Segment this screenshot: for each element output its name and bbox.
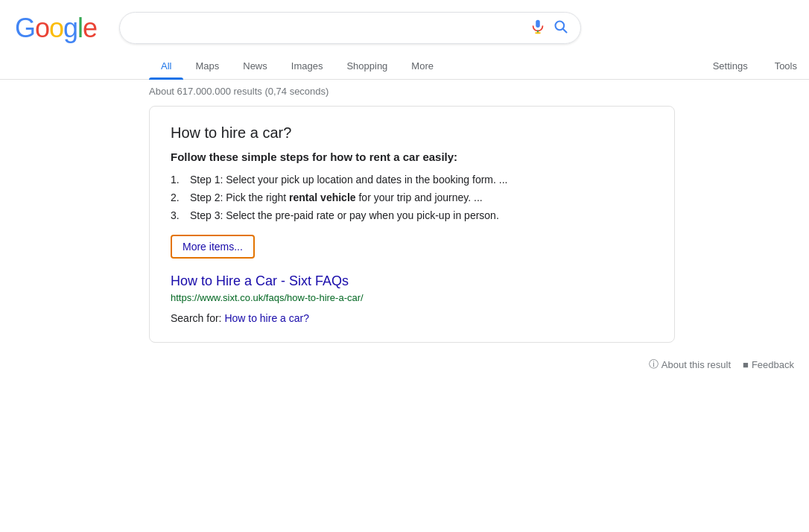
logo-letter-e: e — [83, 13, 97, 44]
tab-settings[interactable]: Settings — [701, 53, 760, 79]
tab-maps[interactable]: Maps — [183, 53, 231, 79]
results-info: About 617.000.000 results (0,74 seconds) — [0, 80, 809, 106]
search-for: Search for: How to hire a car? — [171, 312, 653, 324]
search-for-link[interactable]: How to hire a car? — [224, 312, 309, 324]
logo-letter-o1: o — [35, 13, 49, 44]
card-title: How to hire a car? — [171, 124, 653, 142]
logo-letter-g: G — [15, 13, 35, 44]
step-2-bold: rental vehicle — [289, 191, 356, 203]
feedback-label: Feedback — [752, 359, 794, 370]
tab-shopping[interactable]: Shopping — [334, 53, 399, 79]
step-3: 3. Step 3: Select the pre-paid rate or p… — [171, 209, 653, 221]
step-1: 1. Step 1: Select your pick up location … — [171, 174, 653, 186]
step-2-text: Step 2: Pick the right rental vehicle fo… — [190, 191, 483, 203]
svg-line-2 — [563, 29, 567, 33]
logo-letter-o2: o — [49, 13, 63, 44]
tab-more[interactable]: More — [399, 53, 445, 79]
search-input[interactable]: how can I hire a car — [132, 22, 522, 35]
card-subtitle: Follow these simple steps for how to ren… — [171, 151, 653, 163]
result-card: How to hire a car? Follow these simple s… — [149, 106, 675, 343]
more-items-button[interactable]: More items... — [171, 235, 255, 259]
step-2-text-after: for your trip and journey. ... — [356, 191, 483, 203]
step-1-text: Step 1: Select your pick up location and… — [190, 174, 507, 186]
search-icons — [530, 19, 568, 37]
result-link[interactable]: How to Hire a Car - Sixt FAQs — [171, 273, 653, 289]
step-3-text: Step 3: Select the pre-paid rate or pay … — [190, 209, 499, 221]
search-icon[interactable] — [553, 19, 568, 37]
tab-news[interactable]: News — [231, 53, 279, 79]
logo-letter-g2: g — [63, 13, 77, 44]
feedback-icon: ■ — [743, 359, 749, 370]
steps-list: 1. Step 1: Select your pick up location … — [171, 174, 653, 221]
search-for-prefix: Search for: — [171, 312, 224, 324]
step-2-text-before: Step 2: Pick the right — [190, 191, 289, 203]
svg-rect-0 — [536, 20, 540, 28]
step-3-num: 3. — [171, 209, 185, 221]
logo-letter-l: l — [77, 13, 83, 44]
step-1-num: 1. — [171, 174, 185, 186]
question-circle-icon: ⓘ — [649, 358, 659, 371]
step-2: 2. Step 2: Pick the right rental vehicle… — [171, 191, 653, 203]
header: Google how can I hire a car — [0, 0, 809, 44]
tab-tools[interactable]: Tools — [763, 53, 809, 79]
search-bar: how can I hire a car — [119, 12, 581, 44]
about-result-item[interactable]: ⓘ About this result — [649, 358, 731, 371]
result-url: https://www.sixt.co.uk/faqs/how-to-hire-… — [171, 292, 653, 303]
about-result-label: About this result — [662, 359, 731, 370]
nav-right: Settings Tools — [701, 53, 809, 79]
nav-tabs: All Maps News Images Shopping More Setti… — [0, 47, 809, 80]
bottom-bar: ⓘ About this result ■ Feedback — [0, 352, 809, 377]
feedback-item[interactable]: ■ Feedback — [743, 359, 794, 370]
tab-all[interactable]: All — [149, 53, 183, 79]
mic-icon[interactable] — [530, 19, 546, 37]
step-2-num: 2. — [171, 191, 185, 203]
tab-images[interactable]: Images — [279, 53, 335, 79]
google-logo[interactable]: Google — [15, 13, 97, 44]
